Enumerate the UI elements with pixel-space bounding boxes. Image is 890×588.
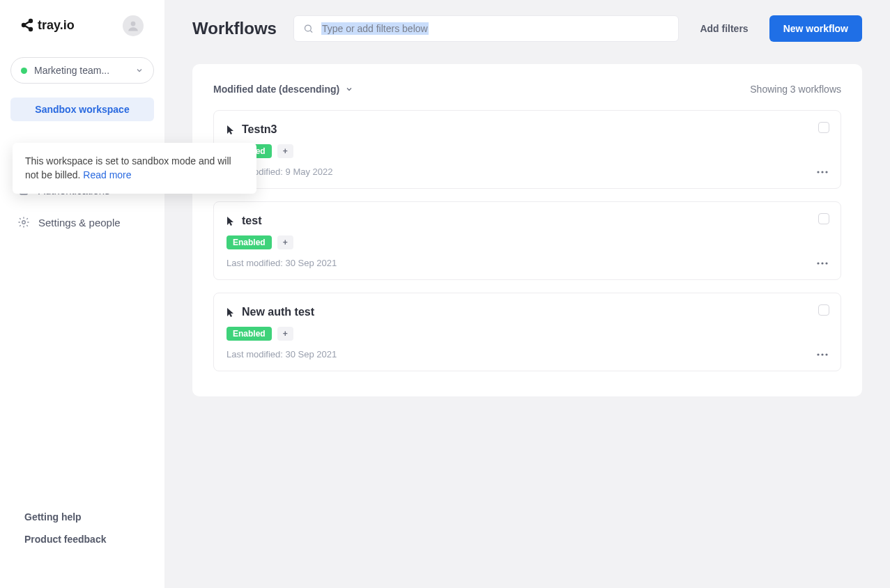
workflow-name: Testn3 [242, 123, 277, 136]
workflow-card[interactable]: New auth test Enabled + Last modified: 3… [213, 293, 841, 371]
status-badge: Enabled [227, 235, 272, 249]
avatar[interactable] [123, 15, 144, 36]
workflow-select-checkbox[interactable] [818, 304, 829, 316]
workspace-name: Marketing team... [34, 65, 131, 76]
sandbox-tooltip: This workspace is set to sandbox mode an… [13, 143, 256, 194]
workflow-title-row: Testn3 [227, 123, 828, 136]
workflow-card[interactable]: Testn3 Enabled + Last modified: 9 May 20… [213, 110, 841, 189]
add-tag-button[interactable]: + [277, 144, 293, 158]
sidebar: tray.io Marketing team... Sandbox worksp… [0, 0, 164, 588]
page-title: Workflows [192, 19, 277, 38]
workflow-select-checkbox[interactable] [818, 122, 829, 133]
workspace-selector[interactable]: Marketing team... [10, 57, 154, 84]
workflow-count: Showing 3 workflows [750, 84, 841, 95]
main-content: Workflows Type or add filters below Add … [164, 0, 890, 588]
list-header: Modified date (descending) Showing 3 wor… [209, 84, 845, 110]
workflow-name: New auth test [242, 306, 314, 318]
workflow-tags: Enabled + [227, 144, 828, 158]
cursor-icon [227, 125, 235, 134]
footer-link-product-feedback[interactable]: Product feedback [24, 528, 140, 550]
user-icon [127, 20, 139, 32]
workflow-more-menu[interactable] [817, 353, 828, 356]
sidebar-footer: Getting help Product feedback [0, 506, 164, 588]
workflow-tags: Enabled + [227, 235, 828, 249]
svg-point-13 [817, 262, 819, 264]
tooltip-read-more-link[interactable]: Read more [83, 169, 131, 180]
svg-point-11 [821, 171, 823, 173]
cursor-icon [227, 307, 235, 317]
svg-point-14 [821, 262, 823, 264]
more-horizontal-icon [817, 262, 828, 265]
svg-point-4 [131, 22, 136, 26]
svg-point-15 [825, 262, 827, 264]
chevron-down-icon [135, 66, 144, 75]
svg-text:tray.io: tray.io [38, 18, 75, 32]
workflow-tags: Enabled + [227, 327, 828, 341]
workflow-list: Testn3 Enabled + Last modified: 9 May 20… [209, 110, 845, 371]
search-input[interactable] [293, 15, 680, 42]
workflow-title-row: test [227, 215, 828, 227]
status-dot-icon [21, 68, 27, 74]
sidebar-header: tray.io [0, 0, 164, 49]
sidebar-item-settings-people[interactable]: Settings & people [10, 206, 154, 238]
workflow-footer: Last modified: 9 May 2022 [227, 167, 828, 177]
workflow-footer: Last modified: 30 Sep 2021 [227, 258, 828, 268]
sort-control[interactable]: Modified date (descending) [213, 84, 353, 95]
svg-point-9 [305, 25, 311, 31]
sort-label: Modified date (descending) [213, 84, 339, 95]
svg-point-12 [825, 171, 827, 173]
top-bar: Workflows Type or add filters below Add … [192, 15, 862, 42]
workflow-more-menu[interactable] [817, 262, 828, 265]
search-wrap: Type or add filters below [293, 15, 680, 42]
add-filters-button[interactable]: Add filters [696, 17, 752, 40]
svg-point-16 [817, 353, 819, 355]
gear-icon [17, 216, 30, 229]
svg-point-17 [821, 353, 823, 355]
sidebar-item-label: Settings & people [38, 217, 121, 229]
search-icon [303, 24, 314, 34]
workflow-footer: Last modified: 30 Sep 2021 [227, 349, 828, 359]
workflow-name: test [242, 215, 261, 227]
new-workflow-button[interactable]: New workflow [769, 15, 862, 42]
more-horizontal-icon [817, 171, 828, 173]
sandbox-workspace-pill[interactable]: Sandbox workspace [10, 98, 154, 121]
cursor-icon [227, 216, 235, 226]
chevron-down-icon [345, 85, 353, 93]
workflow-more-menu[interactable] [817, 171, 828, 173]
add-tag-button[interactable]: + [277, 235, 293, 249]
workflow-modified: Last modified: 30 Sep 2021 [227, 349, 337, 359]
workflow-modified: Last modified: 30 Sep 2021 [227, 258, 337, 268]
more-horizontal-icon [817, 353, 828, 356]
footer-link-getting-help[interactable]: Getting help [24, 506, 140, 528]
workflow-card[interactable]: test Enabled + Last modified: 30 Sep 202… [213, 201, 841, 280]
workflows-panel: Modified date (descending) Showing 3 wor… [192, 64, 862, 396]
status-badge: Enabled [227, 327, 272, 341]
workflow-title-row: New auth test [227, 306, 828, 318]
svg-point-8 [22, 221, 26, 224]
svg-point-10 [817, 171, 819, 173]
brand-logo: tray.io [21, 18, 86, 33]
svg-point-18 [825, 353, 827, 355]
add-tag-button[interactable]: + [277, 327, 293, 341]
workflow-select-checkbox[interactable] [818, 213, 829, 224]
